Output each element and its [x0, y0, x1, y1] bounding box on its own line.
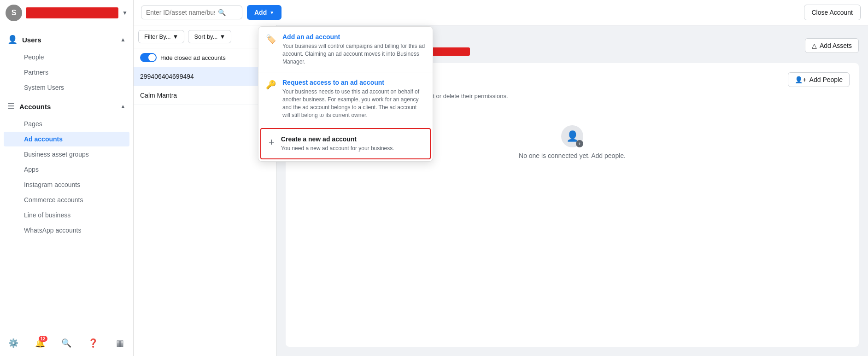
- users-icon: 👤: [7, 35, 18, 45]
- dropdown-item-title: Request access to an ad account: [282, 79, 425, 86]
- nav-section-users-header[interactable]: 👤 Users ▲: [0, 30, 133, 49]
- sidebar-item-people[interactable]: People: [4, 50, 129, 64]
- dropdown-item-desc: Your business will control campaigns and…: [282, 42, 425, 65]
- avatar: S: [6, 5, 22, 21]
- sidebar-item-commerce-accounts[interactable]: Commerce accounts: [4, 193, 129, 207]
- sidebar-item-instagram-accounts[interactable]: Instagram accounts: [4, 177, 129, 192]
- dropdown-item-title: Add an ad account: [282, 33, 425, 41]
- search-input[interactable]: [146, 9, 215, 16]
- plus-icon: +: [576, 140, 583, 147]
- sidebar-item-apps[interactable]: Apps: [4, 162, 129, 177]
- dropdown-item-title: Create a new ad account: [281, 135, 394, 143]
- sidebar-item-system-users[interactable]: System Users: [4, 80, 129, 95]
- hide-closed-toggle: Hide closed ad accounts: [134, 48, 276, 67]
- sidebar-item-whatsapp-accounts[interactable]: WhatsApp accounts: [4, 223, 129, 238]
- manager-id-redacted: [428, 47, 470, 56]
- filter-button-label: Filter By...: [144, 33, 171, 40]
- nav-section-accounts-header[interactable]: ☰ Accounts ▲: [0, 97, 133, 116]
- filter-button[interactable]: Filter By... ▼: [138, 30, 184, 43]
- sidebar-item-line-of-business[interactable]: Line of business: [4, 208, 129, 222]
- topbar: 🔍 Add ▼ Close Account: [134, 0, 868, 25]
- dropdown-item-request-access[interactable]: 🔑 Request access to an ad account Your b…: [258, 72, 433, 126]
- sidebar-item-ad-accounts[interactable]: Ad accounts: [4, 132, 129, 146]
- grid-icon[interactable]: ▦: [111, 335, 128, 351]
- help-icon[interactable]: ❓: [85, 335, 101, 351]
- add-person-icon: 👤+: [795, 76, 806, 83]
- settings-icon[interactable]: ⚙️: [5, 335, 22, 351]
- add-dropdown-menu[interactable]: 🏷️ Add an ad account Your business will …: [258, 26, 433, 162]
- list-item-name: Calm Mantra: [140, 92, 270, 99]
- users-section-label: Users: [22, 36, 116, 44]
- key-icon: 🔑: [266, 80, 276, 90]
- sort-chevron-icon: ▼: [219, 33, 225, 40]
- list-item[interactable]: 299406404699494: [134, 67, 276, 86]
- toggle-switch[interactable]: [140, 53, 157, 62]
- sort-button-label: Sort by...: [194, 33, 217, 40]
- plus-create-icon: +: [269, 136, 275, 148]
- sidebar-footer: ⚙️ 🔔 12 🔍 ❓ ▦: [0, 330, 133, 356]
- dropdown-item-desc: You need a new ad account for your busin…: [281, 145, 394, 152]
- list-item[interactable]: Calm Mantra: [134, 86, 276, 105]
- nav-section-accounts: ☰ Accounts ▲ Pages Ad accounts Business …: [0, 97, 133, 238]
- sidebar: S ▼ 👤 Users ▲ People Partners System Use…: [0, 0, 134, 356]
- accounts-chevron-icon: ▲: [120, 103, 126, 110]
- sidebar-item-partners[interactable]: Partners: [4, 65, 129, 80]
- dropdown-item-add-ad-account[interactable]: 🏷️ Add an ad account Your business will …: [258, 27, 433, 72]
- dropdown-item-desc: Your business needs to use this ad accou…: [282, 88, 425, 119]
- accounts-section-label: Accounts: [19, 103, 116, 111]
- search-icon: 🔍: [218, 9, 226, 16]
- close-account-button[interactable]: Close Account: [804, 5, 861, 20]
- users-chevron-icon: ▲: [120, 36, 126, 43]
- notifications-badge: 12: [39, 336, 47, 342]
- sidebar-item-business-asset-groups[interactable]: Business asset groups: [4, 147, 129, 162]
- add-button-label: Add: [254, 9, 267, 16]
- list-item-id: 299406404699494: [140, 73, 270, 80]
- notifications-icon[interactable]: 🔔 12: [32, 335, 48, 351]
- sidebar-nav: 👤 Users ▲ People Partners System Users ☰…: [0, 26, 133, 330]
- empty-person-icon: 👤 +: [561, 125, 583, 147]
- list-panel: Filter By... ▼ Sort by... ▼ Hide closed …: [134, 25, 276, 356]
- search-footer-icon[interactable]: 🔍: [58, 335, 75, 351]
- add-assets-icon: △: [812, 42, 817, 49]
- add-people-label: Add People: [809, 76, 843, 83]
- search-box[interactable]: 🔍: [141, 6, 242, 19]
- main-content: 🔍 Add ▼ Close Account Filter By... ▼ Sor…: [134, 0, 868, 356]
- tag-icon: 🏷️: [266, 34, 276, 44]
- sort-button[interactable]: Sort by... ▼: [188, 30, 231, 43]
- filter-chevron-icon: ▼: [173, 33, 179, 40]
- add-button[interactable]: Add ▼: [247, 5, 282, 20]
- accounts-icon: ☰: [7, 101, 15, 111]
- toggle-label: Hide closed ad accounts: [160, 54, 226, 61]
- add-people-button[interactable]: 👤+ Add People: [788, 72, 850, 87]
- sidebar-chevron-icon[interactable]: ▼: [122, 10, 128, 16]
- empty-people-text: No one is connected yet. Add people.: [519, 152, 626, 159]
- add-assets-button[interactable]: △ Add Assets: [805, 38, 859, 53]
- ad-accounts-list: 299406404699494 Calm Mantra: [134, 67, 276, 356]
- sidebar-header: S ▼: [0, 0, 133, 26]
- list-toolbar: Filter By... ▼ Sort by... ▼: [134, 25, 276, 48]
- sidebar-item-pages[interactable]: Pages: [4, 117, 129, 131]
- nav-section-users: 👤 Users ▲ People Partners System Users: [0, 30, 133, 95]
- dropdown-item-create-new[interactable]: + Create a new ad account You need a new…: [260, 128, 431, 160]
- org-name-bar: [26, 7, 118, 18]
- add-assets-label: Add Assets: [820, 42, 852, 49]
- add-button-caret-icon: ▼: [270, 10, 274, 15]
- content-area: Filter By... ▼ Sort by... ▼ Hide closed …: [134, 25, 868, 356]
